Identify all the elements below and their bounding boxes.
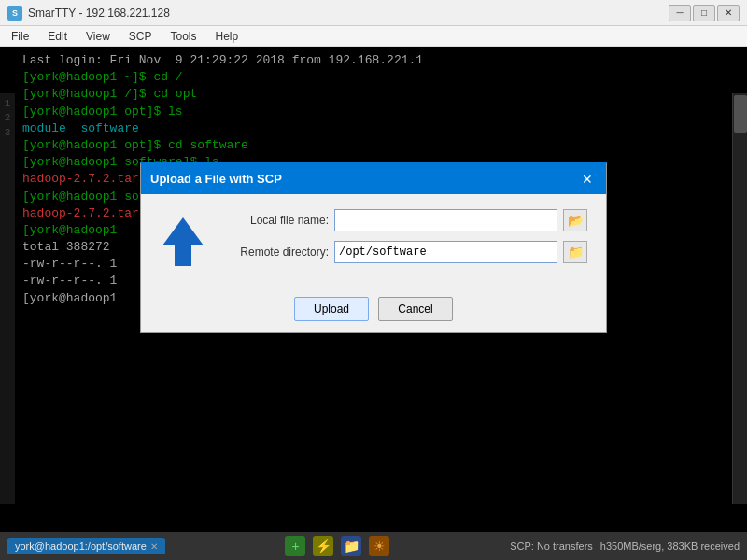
titlebar-title: SmarTTY - 192.168.221.128 [28,7,170,20]
upload-button[interactable]: Upload [294,297,369,321]
tab-area: york@hadoop1:/opt/software ✕ [7,538,165,554]
folder-icon[interactable]: 📁 [341,536,361,556]
transfer-info: h350MB/serg, 383KB received [600,540,740,552]
arrow-body [175,245,191,266]
app-icon: S [7,6,22,21]
dialog-titlebar: Upload a File with SCP ✕ [141,164,606,194]
upload-dialog: Upload a File with SCP ✕ Local file name… [140,162,607,333]
active-tab[interactable]: york@hadoop1:/opt/software ✕ [7,538,165,554]
local-file-label: Local file name: [221,214,329,227]
titlebar-controls: ─ □ ✕ [669,5,740,21]
dialog-body: Local file name: 📂 Remote directory: 📁 [141,194,606,289]
sun-icon[interactable]: ☀ [369,536,389,556]
menu-item-tools[interactable]: Tools [163,28,204,45]
status-icons: + ⚡ 📁 ☀ [285,536,389,556]
menu-item-file[interactable]: File [4,28,36,45]
scp-status: SCP: No transfers [510,540,593,552]
menu-item-help[interactable]: Help [208,28,247,45]
remote-browse-button[interactable]: 📁 [563,241,587,263]
close-button[interactable]: ✕ [717,5,740,21]
arrow-up-icon [162,217,204,245]
maximize-button[interactable]: □ [693,5,715,21]
statusbar: york@hadoop1:/opt/software ✕ + ⚡ 📁 ☀ SCP… [0,532,747,560]
lightning-icon[interactable]: ⚡ [313,536,333,556]
cancel-button[interactable]: Cancel [378,297,453,321]
status-right: SCP: No transfers h350MB/serg, 383KB rec… [510,540,740,552]
menu-item-scp[interactable]: SCP [121,28,160,45]
minimize-button[interactable]: ─ [669,5,691,21]
upload-arrow-icon [160,209,206,274]
titlebar-left: S SmarTTY - 192.168.221.128 [7,6,170,21]
titlebar: S SmarTTY - 192.168.221.128 ─ □ ✕ [0,0,747,26]
menu-item-view[interactable]: View [78,28,118,45]
remote-dir-row: Remote directory: 📁 [221,241,587,263]
dialog-title: Upload a File with SCP [150,172,282,186]
tab-label: york@hadoop1:/opt/software [15,540,147,552]
browse-button[interactable]: 📂 [563,209,587,231]
remote-dir-label: Remote directory: [221,245,329,259]
menu-item-edit[interactable]: Edit [40,28,75,45]
dialog-footer: Upload Cancel [141,289,606,332]
menubar: FileEditViewSCPToolsHelp [0,26,747,47]
local-file-row: Local file name: 📂 [221,209,587,231]
dialog-overlay: Upload a File with SCP ✕ Local file name… [0,47,747,504]
local-file-input[interactable] [334,209,557,231]
tab-close-icon[interactable]: ✕ [150,541,158,552]
dialog-fields: Local file name: 📂 Remote directory: 📁 [221,209,587,274]
remote-dir-input[interactable] [334,241,557,263]
dialog-close-button[interactable]: ✕ [578,170,597,189]
add-icon[interactable]: + [285,536,305,556]
